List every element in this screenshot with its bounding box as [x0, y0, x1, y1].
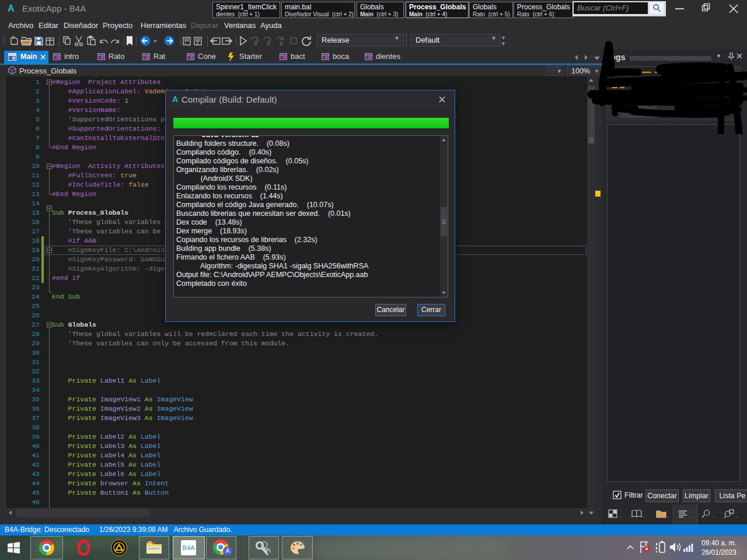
svg-text:..: ..	[713, 513, 715, 519]
svg-text:..: ..	[619, 513, 622, 519]
svg-text:..: ..	[736, 513, 739, 519]
svg-text:..: ..	[667, 513, 670, 519]
svg-text:2: 2	[196, 40, 199, 46]
svg-text:..: ..	[689, 513, 692, 519]
svg-text:..: ..	[643, 513, 645, 519]
